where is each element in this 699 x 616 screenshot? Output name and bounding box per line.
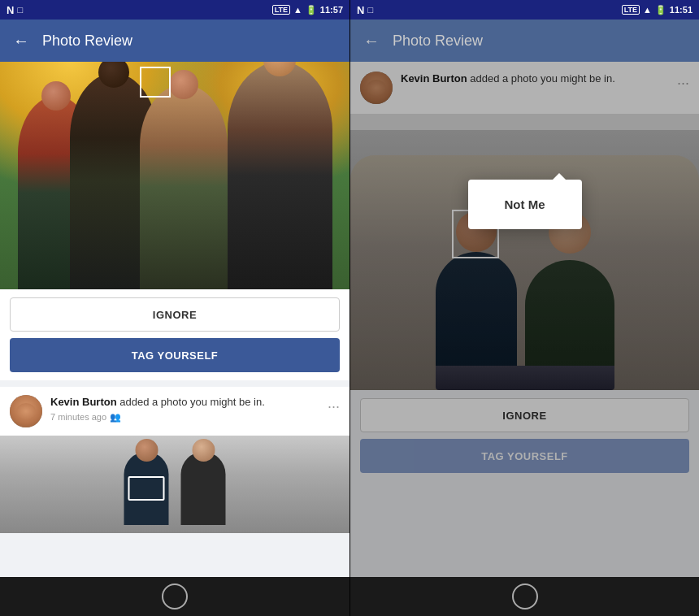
not-me-option[interactable]: Not Me — [468, 189, 582, 219]
status-bar-right-right-icons: LTE ▲ 🔋 11:51 — [622, 5, 692, 15]
app-bar-right: ← Photo Review — [350, 20, 699, 62]
page-title-right: Photo Review — [393, 33, 483, 50]
status-bar-right-left-icons: N □ — [357, 4, 373, 16]
right-content: Kevin Burton added a photo you might be … — [350, 62, 699, 577]
notif-message-body-left: added a photo you might be in. — [119, 396, 265, 408]
battery-icon: 🔋 — [306, 5, 317, 15]
signal-bars: ▲ — [293, 5, 302, 15]
notif-meta-left: 7 minutes ago 👥 — [50, 411, 319, 423]
forest-photo — [0, 62, 350, 289]
status-bar-right: N □ LTE ▲ 🔋 11:51 — [350, 0, 699, 20]
notif-name-left: Kevin Burton — [50, 396, 117, 408]
photo-container-1 — [0, 62, 350, 289]
time-display-right: 11:51 — [670, 5, 692, 15]
face-detection-box-1 — [140, 67, 171, 98]
photo-card-2-preview — [0, 436, 350, 533]
status-bar-left-icons: N □ — [7, 4, 23, 16]
popup-overlay[interactable] — [350, 62, 699, 577]
lte-badge-right: LTE — [622, 5, 640, 15]
left-phone-panel: N □ LTE ▲ 🔋 11:57 ← Photo Review — [0, 0, 350, 616]
page-title-left: Photo Review — [42, 33, 132, 50]
battery-icon-right: 🔋 — [655, 5, 666, 15]
status-bar-right-icons: LTE ▲ 🔋 11:57 — [272, 5, 343, 15]
app-bar-left: ← Photo Review — [0, 20, 350, 62]
lte-badge: LTE — [272, 5, 290, 15]
bottom-nav-left — [0, 577, 350, 616]
sim-icon-right: □ — [367, 5, 373, 15]
sim-icon: □ — [17, 5, 23, 15]
action-buttons-1: IGNORE TAG YOURSELF — [0, 289, 350, 380]
tag-yourself-button-1[interactable]: TAG YOURSELF — [10, 338, 340, 372]
person-silhouette-4 — [228, 62, 332, 289]
head-2 — [98, 62, 129, 88]
status-bar-left: N □ LTE ▲ 🔋 11:57 — [0, 0, 350, 20]
photo-card-1: IGNORE TAG YOURSELF — [0, 62, 350, 380]
head-1 — [41, 81, 71, 111]
back-button-left[interactable]: ← — [13, 32, 29, 50]
notif-text-left: Kevin Burton added a photo you might be … — [50, 395, 319, 424]
network-icon-1: N — [7, 4, 14, 16]
popup-menu: Not Me — [468, 180, 582, 229]
head-3 — [169, 70, 198, 99]
more-options-left[interactable]: ... — [328, 395, 340, 412]
ignore-button-1[interactable]: IGNORE — [10, 297, 340, 332]
bottom-nav-right — [350, 577, 699, 616]
right-phone-panel: N □ LTE ▲ 🔋 11:51 ← Photo Review Kevin B… — [350, 0, 699, 616]
time-display: 11:57 — [320, 5, 343, 15]
notification-item-left: Kevin Burton added a photo you might be … — [0, 387, 350, 436]
avatar-face — [10, 395, 42, 427]
avatar-kevin-left — [10, 395, 42, 427]
head-4 — [263, 62, 296, 76]
notif-friends-icon: 👥 — [110, 411, 121, 423]
back-button-right[interactable]: ← — [363, 32, 380, 50]
person-silhouette-3 — [140, 85, 228, 289]
car-photo-preview — [0, 436, 350, 533]
notif-time-left: 7 minutes ago — [50, 411, 106, 423]
notif-message-left: Kevin Burton added a photo you might be … — [50, 395, 319, 410]
network-icon-right: N — [357, 4, 364, 16]
home-button-right[interactable] — [512, 583, 538, 609]
signal-bars-right: ▲ — [643, 5, 652, 15]
home-button-left[interactable] — [162, 583, 188, 609]
scroll-content-left: IGNORE TAG YOURSELF Kevin Burton added a… — [0, 62, 350, 577]
